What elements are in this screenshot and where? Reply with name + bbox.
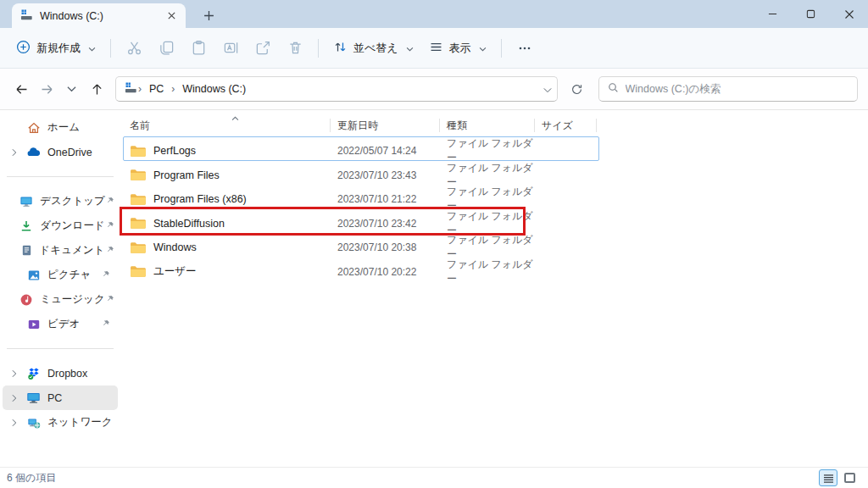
sidebar-item-desktop[interactable]: デスクトップ xyxy=(3,189,118,214)
column-headers: 名前 更新日時 種類 サイズ xyxy=(123,114,599,136)
file-row-users[interactable]: ユーザー 2023/07/10 20:22 ファイル フォルダー xyxy=(123,258,599,282)
details-view-button[interactable] xyxy=(819,469,837,486)
command-toolbar: 新規作成 並べ替え 表示 xyxy=(0,28,868,69)
new-item-label: 新規作成 xyxy=(36,41,81,56)
file-row-program-files[interactable]: Program Files 2023/07/10 23:43 ファイル フォルダ… xyxy=(123,161,599,186)
search-icon xyxy=(608,82,619,96)
video-icon xyxy=(26,317,41,331)
refresh-button[interactable] xyxy=(565,77,589,101)
file-list: 名前 更新日時 種類 サイズ PerfLogs 2022/05/07 14:24… xyxy=(123,114,599,281)
up-button[interactable] xyxy=(85,77,108,101)
new-item-button[interactable]: 新規作成 xyxy=(8,34,103,63)
onedrive-icon xyxy=(26,145,41,159)
column-header-size[interactable]: サイズ xyxy=(535,119,597,132)
sidebar-item-home[interactable]: ホーム xyxy=(3,115,118,140)
column-header-date[interactable]: 更新日時 xyxy=(331,119,440,132)
toolbar-separator xyxy=(110,39,111,58)
chevron-down-icon xyxy=(67,86,76,92)
sidebar-item-onedrive[interactable]: OneDrive xyxy=(3,140,118,164)
pin-icon xyxy=(105,197,114,206)
document-icon xyxy=(20,243,33,258)
paste-button[interactable] xyxy=(182,34,214,63)
forward-button[interactable] xyxy=(35,77,58,101)
sidebar-item-network[interactable]: ネットワーク xyxy=(3,410,118,435)
expand-chevron-icon[interactable] xyxy=(8,419,21,427)
sidebar-item-videos[interactable]: ビデオ xyxy=(3,312,118,336)
file-date: 2023/07/10 20:22 xyxy=(331,266,440,278)
address-bar[interactable]: › PC › Windows (C:) xyxy=(115,76,558,102)
list-lines-icon xyxy=(429,40,443,57)
delete-button[interactable] xyxy=(279,34,311,63)
folder-icon xyxy=(130,241,146,254)
sidebar-item-music[interactable]: ミュージック xyxy=(3,287,118,312)
breadcrumb-windows-c[interactable]: Windows (C:) xyxy=(179,81,249,97)
file-row-perflogs[interactable]: PerfLogs 2022/05/07 14:24 ファイル フォルダー xyxy=(123,136,599,161)
ellipsis-icon xyxy=(518,42,531,55)
address-dropdown-icon[interactable] xyxy=(543,83,552,96)
file-row-windows[interactable]: Windows 2023/07/10 20:38 ファイル フォルダー xyxy=(123,233,599,258)
rename-button[interactable] xyxy=(214,34,247,63)
more-options-button[interactable] xyxy=(509,34,541,63)
minimize-button[interactable] xyxy=(754,0,792,28)
navigation-pane: ホーム OneDrive デスクトップ ダウンロード ドキュメント xyxy=(0,110,120,467)
share-button[interactable] xyxy=(247,34,279,63)
view-toggles xyxy=(819,469,858,486)
expand-chevron-icon[interactable] xyxy=(8,369,21,378)
expand-chevron-icon[interactable] xyxy=(8,148,21,157)
drive-icon xyxy=(125,81,137,97)
back-button[interactable] xyxy=(10,77,33,101)
search-input[interactable] xyxy=(626,83,849,95)
sidebar-item-pc[interactable]: PC xyxy=(3,385,118,410)
titlebar: Windows (C:) xyxy=(0,0,868,28)
sidebar-item-dropbox[interactable]: Dropbox xyxy=(3,361,118,385)
sidebar-item-downloads[interactable]: ダウンロード xyxy=(3,214,118,238)
file-explorer-window: Windows (C:) 新規作成 xyxy=(0,0,868,488)
explorer-tab[interactable]: Windows (C:) xyxy=(12,3,186,28)
cut-button[interactable] xyxy=(118,34,150,63)
sort-label: 並べ替え xyxy=(353,41,398,56)
file-row-program-files-x86[interactable]: Program Files (x86) 2023/07/10 21:22 ファイ… xyxy=(123,185,599,209)
file-name: Program Files xyxy=(153,169,220,181)
breadcrumb-pc[interactable]: PC xyxy=(146,81,167,97)
file-name: ユーザー xyxy=(153,264,197,279)
copy-button[interactable] xyxy=(150,34,182,63)
scissors-icon xyxy=(126,40,142,56)
folder-icon xyxy=(130,265,146,278)
chevron-down-icon xyxy=(88,42,96,54)
file-date: 2022/05/07 14:24 xyxy=(331,145,440,157)
pin-icon xyxy=(105,221,114,230)
search-box xyxy=(598,76,858,102)
file-date: 2023/07/10 21:22 xyxy=(331,193,440,205)
arrow-up-icon xyxy=(90,82,104,97)
sidebar-item-pictures[interactable]: ピクチャ xyxy=(3,263,118,287)
view-button[interactable]: 表示 xyxy=(421,34,494,63)
column-header-name[interactable]: 名前 xyxy=(123,119,331,132)
file-row-stablediffusion[interactable]: StableDiffusion 2023/07/10 23:42 ファイル フォ… xyxy=(123,209,599,234)
dropbox-icon xyxy=(26,366,41,380)
column-header-type[interactable]: 種類 xyxy=(440,119,535,132)
drive-icon xyxy=(20,8,33,24)
recent-locations-button[interactable] xyxy=(60,77,83,101)
plus-circle-icon xyxy=(16,40,31,57)
pictures-icon xyxy=(26,268,41,282)
details-view-icon xyxy=(823,474,834,483)
thumbnail-view-button[interactable] xyxy=(841,470,858,485)
close-button[interactable] xyxy=(830,0,868,28)
copy-icon xyxy=(159,40,175,56)
expand-chevron-icon[interactable] xyxy=(8,394,21,402)
pin-icon xyxy=(105,295,114,304)
chevron-down-icon xyxy=(406,42,414,54)
sidebar-item-documents[interactable]: ドキュメント xyxy=(3,238,118,263)
tab-title: Windows (C:) xyxy=(40,10,164,22)
breadcrumb: › PC › Windows (C:) xyxy=(137,81,543,97)
network-icon xyxy=(26,415,41,430)
maximize-button[interactable] xyxy=(792,0,830,28)
navigation-bar: › PC › Windows (C:) xyxy=(0,69,868,110)
file-name: StableDiffusion xyxy=(153,218,225,230)
arrow-right-icon xyxy=(40,82,54,97)
sort-arrows-icon xyxy=(333,40,348,57)
tab-close-icon[interactable] xyxy=(164,8,179,24)
toolbar-separator xyxy=(318,39,319,58)
new-tab-button[interactable] xyxy=(200,7,217,24)
sort-button[interactable]: 並べ替え xyxy=(326,34,421,63)
